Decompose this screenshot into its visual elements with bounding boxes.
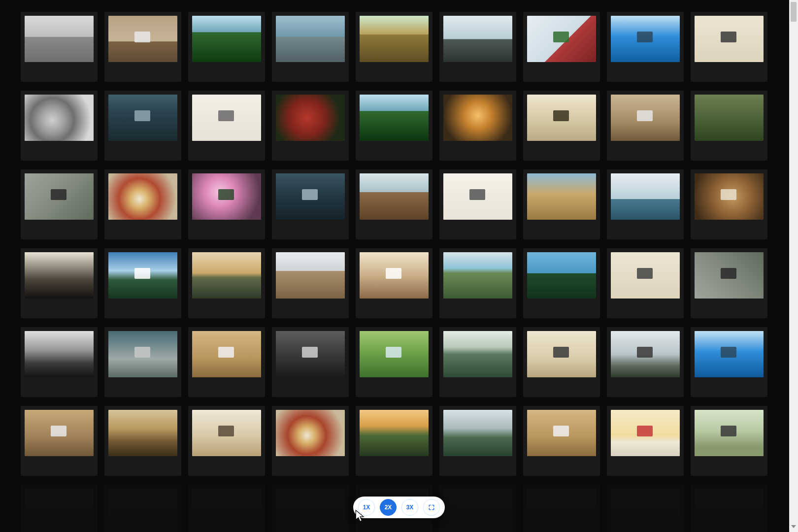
- thumbnail-accent: [553, 347, 569, 358]
- scrollbar-thumb[interactable]: [791, 2, 797, 22]
- thumbnail-cell[interactable]: [607, 327, 684, 397]
- thumbnail-cell[interactable]: [691, 91, 767, 161]
- thumbnail-cell[interactable]: [691, 485, 767, 532]
- thumbnail-hills-lake: [443, 252, 512, 299]
- thumbnail-gadgets-flatlay-1: [192, 95, 261, 141]
- vertical-scrollbar[interactable]: [789, 0, 798, 532]
- thumbnail-cell[interactable]: [188, 248, 265, 318]
- thumbnail-woman-sunglasses: [695, 410, 764, 456]
- zoom-2x-button[interactable]: 2X: [380, 499, 397, 516]
- thumbnail-cell[interactable]: [356, 12, 432, 82]
- thumbnail-cell[interactable]: [523, 406, 600, 476]
- thumbnail-cell[interactable]: [356, 248, 432, 318]
- thumbnail-cell[interactable]: [21, 248, 98, 318]
- thumbnail-open-book: [527, 95, 596, 141]
- thumbnail-cell[interactable]: [439, 248, 516, 318]
- thumbnail-cell[interactable]: [523, 12, 600, 82]
- thumbnail-cell[interactable]: [691, 169, 767, 239]
- thumbnail-blue-water-boat-2: [695, 331, 764, 377]
- thumbnail-cell[interactable]: [523, 169, 600, 239]
- thumbnail-gadgets-flatlay-2: [443, 173, 512, 220]
- thumbnail-cell[interactable]: [104, 248, 181, 318]
- thumbnail-sunset-field: [360, 410, 429, 456]
- thumbnail-cell[interactable]: [21, 91, 98, 161]
- thumbnail-cell[interactable]: [439, 169, 516, 239]
- thumbnail-flat-lay-stationery-2: [611, 252, 680, 299]
- thumbnail-cherry-blossom: [192, 173, 261, 220]
- thumbnail-cell[interactable]: [21, 485, 98, 532]
- thumbnail-row7-b: [108, 489, 177, 532]
- thumbnail-cell[interactable]: [272, 406, 349, 476]
- thumbnail-cell[interactable]: [188, 169, 265, 239]
- thumbnail-cell[interactable]: [691, 406, 767, 476]
- thumbnail-sunset-hills: [192, 252, 261, 299]
- thumbnail-cell[interactable]: [607, 12, 684, 82]
- thumbnail-accent: [134, 110, 150, 121]
- thumbnail-cell[interactable]: [104, 169, 181, 239]
- thumbnail-laptop-desk-1: [108, 16, 177, 62]
- thumbnail-cell[interactable]: [272, 91, 349, 161]
- thumbnail-mountain-bw: [25, 331, 94, 377]
- thumbnail-cell[interactable]: [188, 485, 265, 532]
- thumbnail-cell[interactable]: [691, 327, 767, 397]
- thumbnail-cell[interactable]: [439, 327, 516, 397]
- thumbnail-cell[interactable]: [188, 12, 265, 82]
- zoom-1x-button[interactable]: 1X: [358, 499, 375, 516]
- thumbnail-accent: [218, 189, 234, 200]
- thumbnail-cell[interactable]: [21, 12, 98, 82]
- thumbnail-cell[interactable]: [439, 91, 516, 161]
- thumbnail-cell[interactable]: [104, 91, 181, 161]
- fullscreen-button[interactable]: [423, 499, 440, 516]
- thumbnail-cell[interactable]: [523, 248, 600, 318]
- thumbnail-cell[interactable]: [188, 91, 265, 161]
- thumbnail-beach-pebbles: [276, 16, 345, 62]
- thumbnail-cell[interactable]: [691, 248, 767, 318]
- thumbnail-cell[interactable]: [188, 406, 265, 476]
- thumbnail-grass-closeup-1: [192, 16, 261, 62]
- thumbnail-accent: [553, 426, 569, 436]
- thumbnail-cell[interactable]: [356, 327, 432, 397]
- thumbnail-laptop-wood-2: [527, 410, 596, 456]
- thumbnail-cell[interactable]: [607, 248, 684, 318]
- thumbnail-cell[interactable]: [104, 485, 181, 532]
- thumbnail-cell[interactable]: [104, 327, 181, 397]
- thumbnail-accent: [553, 110, 569, 121]
- thumbnail-row7-c: [192, 489, 261, 532]
- thumbnail-cell[interactable]: [272, 169, 349, 239]
- thumbnail-row7-i: [695, 489, 764, 532]
- zoom-3x-button[interactable]: 3X: [401, 499, 418, 516]
- thumbnail-cell[interactable]: [439, 485, 516, 532]
- thumbnail-bamboo-fence: [360, 16, 429, 62]
- thumbnail-cell[interactable]: [607, 406, 684, 476]
- thumbnail-cell[interactable]: [356, 169, 432, 239]
- thumbnail-cell[interactable]: [21, 327, 98, 397]
- thumbnail-cell[interactable]: [272, 12, 349, 82]
- thumbnail-cell[interactable]: [356, 406, 432, 476]
- thumbnail-cell[interactable]: [523, 485, 600, 532]
- thumbnail-cell[interactable]: [21, 406, 98, 476]
- thumbnail-accent: [218, 110, 234, 121]
- thumbnail-cell[interactable]: [607, 91, 684, 161]
- thumbnail-cell[interactable]: [607, 485, 684, 532]
- thumbnail-accent: [218, 347, 234, 358]
- thumbnail-cell[interactable]: [523, 91, 600, 161]
- thumbnail-cell[interactable]: [691, 12, 767, 82]
- thumbnail-cell[interactable]: [188, 327, 265, 397]
- thumbnail-wheat-field-green: [695, 95, 764, 141]
- thumbnail-cell[interactable]: [272, 485, 349, 532]
- thumbnail-cell[interactable]: [356, 91, 432, 161]
- thumbnail-red-barrel: [276, 95, 345, 141]
- thumbnail-cell[interactable]: [272, 248, 349, 318]
- thumbnail-cell[interactable]: [607, 169, 684, 239]
- thumbnail-cell[interactable]: [272, 327, 349, 397]
- thumbnail-cell[interactable]: [523, 327, 600, 397]
- thumbnail-cell[interactable]: [439, 406, 516, 476]
- thumbnail-open-magazine: [527, 331, 596, 377]
- thumbnail-alley-view: [276, 173, 345, 220]
- thumbnail-cell[interactable]: [439, 12, 516, 82]
- scroll-down-arrow-icon[interactable]: [791, 525, 796, 530]
- thumbnail-cell[interactable]: [21, 169, 98, 239]
- thumbnail-cell[interactable]: [104, 12, 181, 82]
- thumbnail-cell[interactable]: [104, 406, 181, 476]
- thumbnail-accent: [721, 426, 736, 436]
